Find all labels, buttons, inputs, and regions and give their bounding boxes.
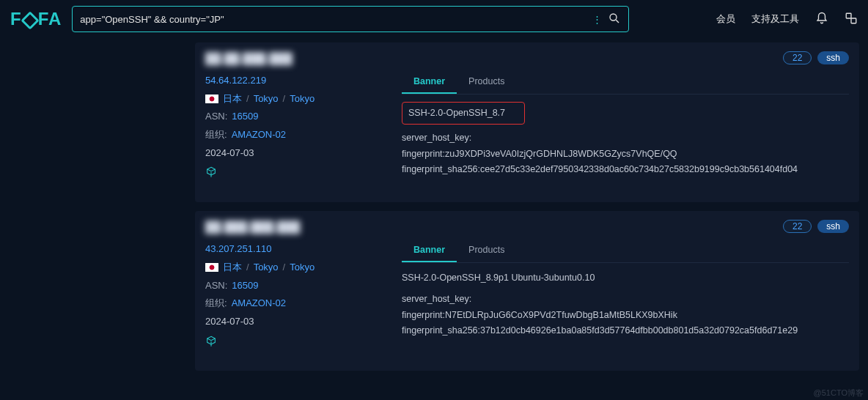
cube-icon[interactable] xyxy=(205,166,387,185)
org-link[interactable]: AMAZON-02 xyxy=(232,126,286,144)
result-card: ██.███.███.███ 22 ssh 43.207.251.110 日本 … xyxy=(195,211,859,371)
banner-line: fingerprint_sha256:37b12d0cb46926e1ba0a8… xyxy=(402,323,849,338)
port-badge[interactable]: 22 xyxy=(783,220,812,233)
protocol-badge[interactable]: ssh xyxy=(817,51,849,64)
protocol-badge[interactable]: ssh xyxy=(817,220,849,233)
nav-tools[interactable]: 支持及工具 xyxy=(751,12,799,26)
svg-rect-2 xyxy=(846,13,851,18)
banner-highlight: SSH-2.0-OpenSSH_8.7 xyxy=(402,102,525,125)
nav-member[interactable]: 会员 xyxy=(716,12,735,26)
city-link[interactable]: Tokyo xyxy=(290,259,315,277)
banner-line: fingerprint:N7EtDLRpJuG6CoX9PVd2TfuwDbgB… xyxy=(402,308,849,323)
detail-tabs: Banner Products xyxy=(402,240,849,263)
detail-tabs: Banner Products xyxy=(402,72,849,95)
city-link[interactable]: Tokyo xyxy=(290,90,315,108)
result-title: ██.███.███.███ xyxy=(205,221,300,233)
result-detail: Banner Products SSH-2.0-OpenSSH_8.9p1 Ub… xyxy=(402,240,849,353)
svg-point-0 xyxy=(610,14,617,21)
banner-line: fingerprint:zuJ9XDPi3veVA0IzjQrGDHNLJ8WD… xyxy=(402,147,849,162)
tab-products[interactable]: Products xyxy=(457,72,516,94)
ip-link[interactable]: 54.64.122.219 xyxy=(205,72,387,90)
tab-banner[interactable]: Banner xyxy=(402,240,457,262)
date-text: 2024-07-03 xyxy=(205,144,387,163)
topbar: FFA ⋮ 会员 支持及工具 xyxy=(0,0,868,38)
ip-link[interactable]: 43.207.251.110 xyxy=(205,240,387,259)
result-meta: 43.207.251.110 日本 / Tokyo / Tokyo ASN: 1… xyxy=(205,240,387,353)
banner-top: SSH-2.0-OpenSSH_8.7 xyxy=(408,108,505,118)
asn-label: ASN: xyxy=(205,108,227,126)
country-link[interactable]: 日本 xyxy=(223,90,242,108)
flag-icon xyxy=(205,95,218,103)
banner-line: server_host_key: xyxy=(402,130,849,146)
org-label: 组织: xyxy=(205,126,227,144)
result-title: ██.██.███.███ xyxy=(205,52,293,64)
search-input[interactable] xyxy=(80,14,586,25)
tab-banner[interactable]: Banner xyxy=(402,72,457,94)
bell-icon[interactable] xyxy=(815,12,828,27)
nav-right: 会员 支持及工具 xyxy=(716,12,858,27)
cube-icon[interactable] xyxy=(205,336,387,354)
banner-line: server_host_key: xyxy=(402,292,849,307)
flag-icon xyxy=(205,263,218,272)
more-options-icon[interactable]: ⋮ xyxy=(592,14,602,25)
asn-link[interactable]: 16509 xyxy=(232,108,258,126)
port-badge[interactable]: 22 xyxy=(783,51,812,64)
logo[interactable]: FFA xyxy=(10,9,62,29)
region-link[interactable]: Tokyo xyxy=(254,90,279,108)
asn-link[interactable]: 16509 xyxy=(232,277,258,295)
translate-icon[interactable] xyxy=(845,12,858,27)
search-box: ⋮ xyxy=(72,6,629,32)
org-label: 组织: xyxy=(205,295,227,313)
result-card: ██.██.███.███ 22 ssh 54.64.122.219 日本 / … xyxy=(195,42,859,202)
tab-products[interactable]: Products xyxy=(457,240,516,262)
watermark: @51CTO博客 xyxy=(814,388,864,399)
date-text: 2024-07-03 xyxy=(205,313,387,331)
region-link[interactable]: Tokyo xyxy=(254,259,279,277)
svg-line-1 xyxy=(617,20,619,23)
result-meta: 54.64.122.219 日本 / Tokyo / Tokyo ASN: 16… xyxy=(205,72,387,185)
svg-rect-3 xyxy=(851,18,856,23)
banner-line: fingerprint_sha256:cee27d5c33e2def795034… xyxy=(402,162,849,177)
search-icon[interactable] xyxy=(608,12,621,27)
banner-top: SSH-2.0-OpenSSH_8.9p1 Ubuntu-3ubuntu0.10 xyxy=(402,270,849,286)
result-detail: Banner Products SSH-2.0-OpenSSH_8.7 serv… xyxy=(402,72,849,185)
country-link[interactable]: 日本 xyxy=(223,259,242,277)
org-link[interactable]: AMAZON-02 xyxy=(232,295,286,313)
results-list: ██.██.███.███ 22 ssh 54.64.122.219 日本 / … xyxy=(0,42,868,371)
asn-label: ASN: xyxy=(205,277,227,295)
